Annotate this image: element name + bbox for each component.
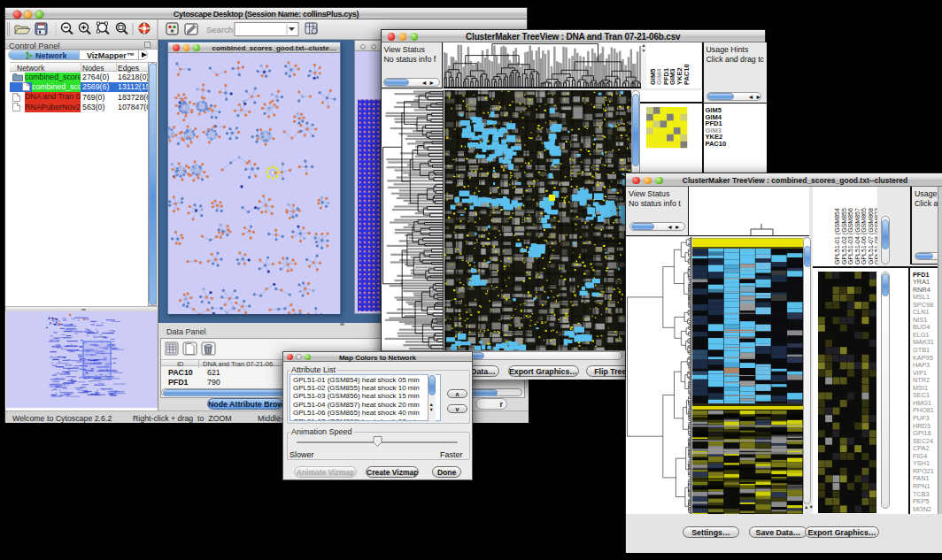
svg-text:Search:: Search: [206,25,236,35]
